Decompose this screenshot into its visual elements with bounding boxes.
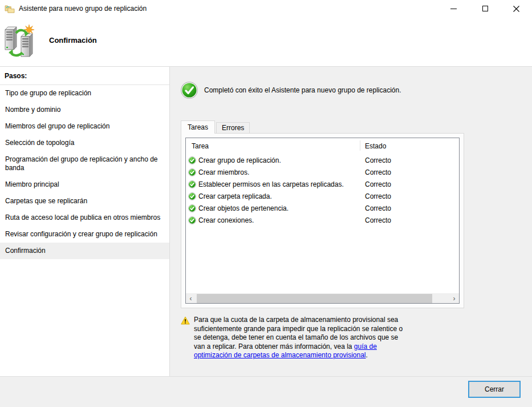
table-row[interactable]: Crear conexiones. Correcto (186, 214, 459, 226)
page-title: Confirmación (49, 36, 97, 45)
sidebar-step-item: Miembros del grupo de replicación (0, 118, 169, 135)
window-controls (438, 0, 532, 17)
staging-quota-warning: Para que la cuota de la carpeta de almac… (181, 316, 409, 360)
sidebar-step-item: Revisar configuración y crear grupo de r… (0, 226, 169, 243)
steps-list: Tipo de grupo de replicación Nombre y do… (0, 85, 169, 259)
maximize-button[interactable] (469, 0, 501, 17)
title-bar: Asistente para nuevo grupo de replicació… (0, 0, 532, 17)
success-check-icon (188, 156, 196, 164)
steps-heading: Pasos: (0, 67, 169, 85)
task-status: Correcto (360, 168, 391, 176)
tab-strip: TareasErrores (181, 120, 464, 133)
wizard-body: Pasos: Tipo de grupo de replicación Nomb… (0, 67, 532, 376)
close-button[interactable] (501, 0, 532, 17)
wizard-window: Asistente para nuevo grupo de replicació… (0, 0, 532, 407)
success-message: Completó con éxito el Asistente para nue… (204, 86, 401, 94)
sidebar-step-item: Selección de topología (0, 135, 169, 151)
tab-tareas[interactable]: Tareas (181, 120, 215, 134)
task-label: Establecer permisos en las carpetas repl… (198, 180, 344, 188)
task-listview: Tarea Estado Crear grupo de replicación.… (185, 138, 460, 304)
task-label: Crear miembros. (198, 168, 249, 176)
step-label: Nombre y dominio (5, 106, 60, 114)
task-label: Crear carpeta replicada. (198, 192, 272, 200)
maximize-icon (482, 6, 488, 11)
task-label: Crear conexiones. (198, 216, 254, 224)
success-banner: Completó con éxito el Asistente para nue… (181, 82, 401, 99)
success-check-icon (188, 204, 196, 212)
column-header-tarea[interactable]: Tarea (186, 142, 360, 150)
step-label: Miembros del grupo de replicación (5, 122, 109, 130)
sidebar-step-item: Ruta de acceso local de publica en otros… (0, 209, 169, 226)
warning-text: Para que la cuota de la carpeta de almac… (194, 316, 409, 360)
success-check-icon (188, 216, 196, 224)
task-status: Correcto (360, 180, 391, 188)
sidebar-step-item: Tipo de grupo de replicación (0, 85, 169, 102)
sidebar-step-item: Programación del grupo de replicación y … (0, 151, 169, 176)
warning-icon (181, 316, 190, 360)
warning-text-after-link: . (366, 351, 368, 359)
replication-folders-icon (5, 4, 15, 13)
column-divider (360, 140, 360, 151)
results-tab-control: TareasErrores Tarea Estado (181, 120, 464, 308)
tab-errores[interactable]: Errores (216, 122, 250, 133)
success-icon (181, 82, 198, 99)
sidebar-step-item: Carpetas que se replicarán (0, 193, 169, 209)
sidebar-step-item: Nombre y dominio (0, 102, 169, 118)
tab-page-tareas: Tarea Estado Crear grupo de replicación.… (181, 133, 464, 308)
table-row[interactable]: Crear carpeta replicada. Correcto (186, 190, 459, 202)
success-check-icon (188, 168, 196, 176)
table-row[interactable]: Crear miembros. Correcto (186, 166, 459, 178)
step-label: Confirmación (5, 247, 46, 255)
steps-sidebar: Pasos: Tipo de grupo de replicación Nomb… (0, 67, 170, 376)
task-list-header: Tarea Estado (186, 138, 459, 154)
close-icon (513, 6, 519, 12)
main-pane: Completó con éxito el Asistente para nue… (170, 67, 532, 376)
step-label: Programación del grupo de replicación y … (5, 155, 158, 172)
scroll-right-button[interactable]: › (449, 294, 459, 304)
task-label: Crear grupo de replicación. (198, 156, 281, 164)
step-label: Selección de topología (5, 139, 74, 147)
task-status: Correcto (360, 156, 391, 164)
task-list-body: Crear grupo de replicación. Correcto Cre… (186, 154, 459, 226)
horizontal-scrollbar[interactable]: ‹ › (186, 293, 459, 303)
sidebar-step-item: Miembro principal (0, 176, 169, 193)
success-check-icon (188, 180, 196, 188)
step-label: Tipo de grupo de replicación (5, 89, 91, 97)
task-status: Correcto (360, 216, 391, 224)
scroll-left-button[interactable]: ‹ (186, 294, 196, 304)
sidebar-step-item: Confirmación (0, 243, 169, 259)
success-check-icon (188, 192, 196, 200)
window-title: Asistente para nuevo grupo de replicació… (19, 5, 438, 13)
step-label: Carpetas que se replicarán (5, 197, 87, 205)
step-label: Revisar configuración y crear grupo de r… (5, 230, 157, 238)
minimize-icon (450, 9, 457, 9)
button-bar: Cerrar (0, 376, 532, 407)
step-label: Miembro principal (5, 180, 59, 188)
table-row[interactable]: Establecer permisos en las carpetas repl… (186, 178, 459, 190)
scrollbar-thumb[interactable] (197, 294, 432, 304)
column-header-estado[interactable]: Estado (360, 142, 386, 150)
task-status: Correcto (360, 204, 391, 212)
task-status: Correcto (360, 192, 391, 200)
step-label: Ruta de acceso local de publica en otros… (5, 213, 160, 221)
task-label: Crear objetos de pertenencia. (198, 204, 289, 212)
wizard-header: Confirmación (0, 17, 532, 67)
cerrar-button[interactable]: Cerrar (468, 381, 521, 398)
minimize-button[interactable] (438, 0, 469, 17)
replication-servers-new-icon (3, 24, 35, 59)
table-row[interactable]: Crear objetos de pertenencia. Correcto (186, 202, 459, 214)
table-row[interactable]: Crear grupo de replicación. Correcto (186, 154, 459, 166)
